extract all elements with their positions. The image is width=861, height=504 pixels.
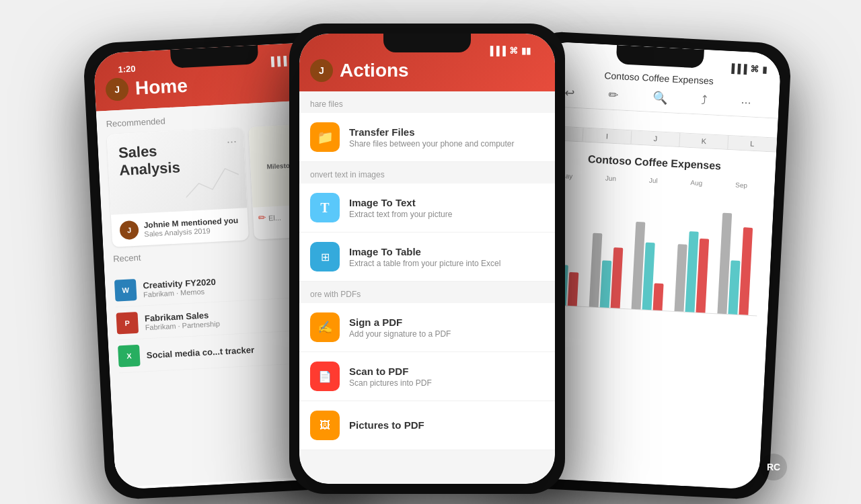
center-signal-icon: ▐▐▐ xyxy=(487,46,506,56)
actions-avatar: J xyxy=(310,59,333,82)
scan-pdf-icon: 📄 xyxy=(310,362,340,391)
more-excel-icon[interactable]: ··· xyxy=(741,95,751,110)
sign-pdf-icon: ✍ xyxy=(310,312,340,342)
actions-header-row: J Actions xyxy=(310,59,544,82)
ppt-icon-1: P xyxy=(116,312,139,335)
image-table-text: Image To Table Extract a table from your… xyxy=(349,246,500,268)
action-transfer-files[interactable]: 📁 Transfer Files Share files between you… xyxy=(299,113,555,162)
action-image-to-table[interactable]: ⊞ Image To Table Extract a table from yo… xyxy=(299,233,555,282)
bar-red-0 xyxy=(568,272,579,306)
image-text-text: Image To Text Extract text from your pic… xyxy=(349,197,452,219)
excel-icon-2: X xyxy=(118,345,141,368)
action-sign-pdf[interactable]: ✍ Sign a PDF Add your signature to a PDF xyxy=(299,303,555,352)
action-pictures-pdf[interactable]: 🖼 Pictures to PDF xyxy=(299,401,555,450)
bar-teal-4 xyxy=(728,260,740,314)
center-battery-icon: ▮▮ xyxy=(521,46,531,56)
bar-red-4 xyxy=(739,227,753,315)
bar-group-4 xyxy=(717,213,753,315)
search-excel-icon[interactable]: 🔍 xyxy=(652,90,667,106)
col-i: I xyxy=(583,128,632,144)
chart-bars xyxy=(537,184,763,317)
col-l: L xyxy=(728,136,777,152)
home-avatar: J xyxy=(105,77,129,101)
list-item-text-2: Social media co...t tracker xyxy=(146,344,254,360)
center-wifi-icon: ⌘ xyxy=(509,46,518,56)
header-left: J Home xyxy=(105,75,188,101)
month-sep: Sep xyxy=(735,181,747,190)
right-signal-icon: ▐▐▐ xyxy=(728,63,747,74)
list-item-text-0: Creativity FY2020 Fabrikam · Memos xyxy=(143,276,217,298)
actions-content: hare files 📁 Transfer Files Share files … xyxy=(299,91,555,484)
card-info-text: Johnie M mentioned you Sales Analysis 20… xyxy=(143,216,239,238)
transfer-text: Transfer Files Share files between your … xyxy=(349,126,515,149)
sign-pdf-text: Sign a PDF Add your signature to a PDF xyxy=(349,317,451,339)
center-status-icons: ▐▐▐ ⌘ ▮▮ xyxy=(487,46,531,56)
bar-teal-1 xyxy=(599,260,611,308)
bar-red-3 xyxy=(696,239,710,313)
right-wifi-icon: ⌘ xyxy=(750,64,759,75)
pictures-pdf-text: Pictures to PDF xyxy=(349,419,424,432)
watermark: RC xyxy=(760,454,787,480)
signal-icon: ▐▐▐ xyxy=(268,56,287,67)
pdf-section-label: ore with PDFs xyxy=(299,282,555,303)
status-time: 1:20 xyxy=(118,64,136,75)
home-title: Home xyxy=(135,75,188,99)
pictures-pdf-icon: 🖼 xyxy=(310,411,340,440)
transfer-icon: 📁 xyxy=(310,122,340,152)
image-table-icon: ⊞ xyxy=(310,242,340,271)
month-aug: Aug xyxy=(690,179,702,187)
right-battery-icon: ▮ xyxy=(762,65,768,75)
col-j: J xyxy=(631,130,680,146)
col-k: K xyxy=(679,133,728,149)
action-scan-pdf[interactable]: 📄 Scan to PDF Scan pictures into PDF xyxy=(299,352,555,401)
bar-group-2 xyxy=(632,222,667,310)
month-jul: Jul xyxy=(649,177,658,185)
recent-label: Recent xyxy=(113,253,141,264)
right-status-icons: ▐▐▐ ⌘ ▮ xyxy=(728,63,768,75)
sales-analysis-card[interactable]: Sales Analysis ··· J J xyxy=(107,127,249,247)
center-phone-screen: ▐▐▐ ⌘ ▮▮ J Actions hare files 📁 Tra xyxy=(299,34,555,484)
edit-icon[interactable]: ✏ xyxy=(608,88,619,103)
convert-section-label: onvert text in images xyxy=(299,162,555,183)
bar-red-1 xyxy=(610,247,623,308)
image-text-icon: T xyxy=(310,193,340,222)
center-notch xyxy=(383,34,471,52)
scan-pdf-text: Scan to PDF Scan pictures into PDF xyxy=(349,366,432,388)
action-image-to-text[interactable]: T Image To Text Extract text from your p… xyxy=(299,183,555,233)
card-preview: Sales Analysis ··· xyxy=(107,127,248,214)
undo-icon[interactable]: ↩ xyxy=(564,85,575,101)
card-avatar: J xyxy=(119,220,139,240)
phones-container: 1:20 ▐▐▐ ⌘ ▮▮ J Home 📁 🔍 xyxy=(61,10,800,494)
list-item-text-1: Fabrikam Sales Fabrikam · Partnership xyxy=(145,309,221,331)
word-icon-0: W xyxy=(114,279,137,302)
share-excel-icon[interactable]: ⤴ xyxy=(701,93,708,107)
bar-group-1 xyxy=(589,233,624,308)
bar-red-2 xyxy=(653,283,664,310)
share-section-label: hare files xyxy=(299,91,555,113)
card-dots[interactable]: ··· xyxy=(226,134,237,149)
chart-title: Contoso Coffee Expenses xyxy=(544,151,765,175)
bar-group-3 xyxy=(675,230,710,312)
card-preview-text: Sales Analysis xyxy=(118,141,180,179)
actions-title: Actions xyxy=(340,60,409,81)
month-jun: Jun xyxy=(605,174,617,182)
center-phone: ▐▐▐ ⌘ ▮▮ J Actions hare files 📁 Tra xyxy=(299,34,555,484)
